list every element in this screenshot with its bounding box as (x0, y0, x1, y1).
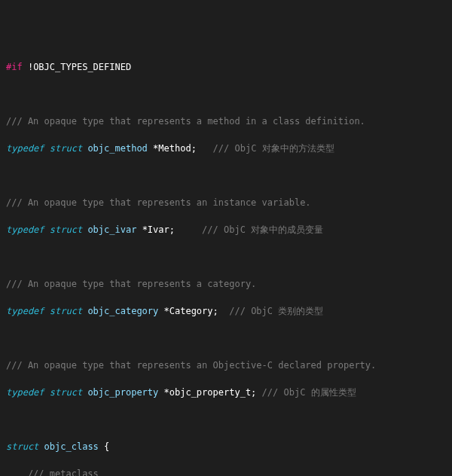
code-line: typedef struct objc_category *Category; … (6, 304, 446, 318)
code-line: #if !OBJC_TYPES_DEFINED (6, 60, 446, 74)
id: { (99, 441, 109, 452)
blank (6, 87, 446, 101)
code-line: struct objc_class { (6, 440, 446, 453)
kw: typedef struct (6, 306, 87, 316)
ty: objc_category (87, 306, 158, 316)
code-line: typedef struct objc_ivar *Ivar; /// ObjC… (6, 223, 446, 236)
id: *objc_property_t; (158, 387, 256, 398)
code-line: typedef struct objc_property *objc_prope… (6, 386, 446, 399)
comment: /// metaclass (6, 467, 446, 476)
kw: typedef struct (6, 143, 87, 154)
comment: /// ObjC 对象中的方法类型 (197, 143, 334, 154)
kw: struct (6, 441, 44, 452)
comment: /// ObjC 对象中的成员变量 (175, 224, 323, 235)
ty: objc_class (44, 441, 99, 452)
blank (6, 413, 446, 426)
comment: /// An opaque type that represents a met… (6, 114, 446, 128)
blank (6, 331, 446, 345)
comment: /// An opaque type that represents an Ob… (6, 359, 446, 372)
blank (6, 250, 446, 264)
comment: /// ObjC 类别的类型 (218, 306, 323, 316)
ty: objc_ivar (87, 224, 136, 235)
comment: /// An opaque type that represents a cat… (6, 277, 446, 291)
code-line: typedef struct objc_method *Method; /// … (6, 142, 446, 155)
preproc: #if (6, 62, 23, 72)
blank (6, 169, 446, 182)
kw: typedef struct (6, 224, 87, 235)
id: *Ivar; (136, 224, 175, 235)
kw: typedef struct (6, 387, 87, 398)
cond: !OBJC_TYPES_DEFINED (23, 62, 132, 72)
comment: /// An opaque type that represents an in… (6, 196, 446, 209)
ty: objc_method (87, 143, 147, 154)
comment: /// ObjC 的属性类型 (256, 387, 356, 398)
id: *Category; (158, 306, 218, 316)
id: *Method; (148, 143, 197, 154)
ty: objc_property (87, 387, 158, 398)
